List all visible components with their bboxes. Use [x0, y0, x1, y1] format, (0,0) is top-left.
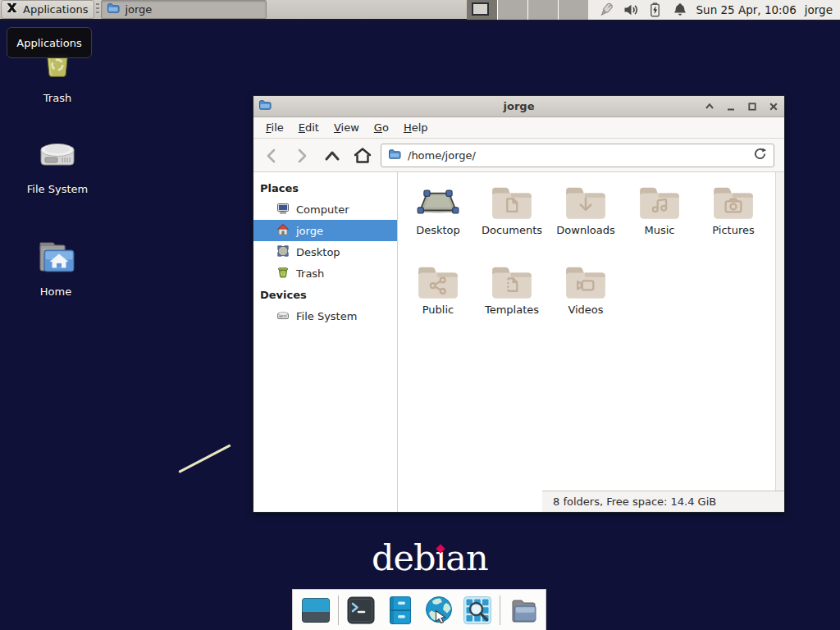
- window-body: Places Computer jorge Desktop Trash Devi…: [253, 172, 784, 512]
- drive-small-icon: [276, 308, 290, 324]
- desktop-icon-home[interactable]: Home: [15, 236, 97, 298]
- path-text[interactable]: /home/jorge/: [408, 149, 746, 162]
- folder-icon: [107, 2, 120, 18]
- sidebar-item-trash[interactable]: Trash: [253, 262, 397, 284]
- workspace-1-active[interactable]: [467, 0, 497, 20]
- menu-go[interactable]: Go: [367, 118, 396, 137]
- folder-downloads-icon: [564, 182, 608, 221]
- notification-bell-icon[interactable]: [672, 2, 688, 18]
- top-panel: Applications jorge Sun 25 Apr, 10:06 jor…: [0, 0, 840, 21]
- workspace-4[interactable]: [558, 0, 588, 20]
- menu-edit[interactable]: Edit: [291, 118, 326, 137]
- trash-small-icon: [276, 266, 290, 281]
- computer-icon: [276, 202, 290, 217]
- sidebar-item-label: Trash: [296, 267, 324, 280]
- dock-separator: [338, 596, 339, 625]
- desktop-icon-label: Trash: [43, 92, 71, 104]
- folder-documents-icon: [490, 182, 534, 221]
- stylus-icon[interactable]: [598, 2, 614, 18]
- path-bar[interactable]: /home/jorge/: [381, 144, 774, 167]
- file-label: Pictures: [712, 224, 754, 236]
- home-button[interactable]: [351, 144, 374, 167]
- reload-icon[interactable]: [753, 147, 767, 164]
- file-item-videos[interactable]: Videos: [549, 262, 623, 341]
- up-button[interactable]: [321, 144, 344, 167]
- dock-separator: [500, 596, 500, 625]
- toolbar: /home/jorge/: [253, 139, 784, 172]
- folder-music-icon: [637, 182, 682, 221]
- show-desktop-icon[interactable]: [299, 594, 331, 627]
- file-item-desktop[interactable]: Desktop: [401, 182, 475, 262]
- file-label: Public: [422, 304, 454, 316]
- file-label: Templates: [485, 304, 539, 316]
- file-view: Desktop Documents Downloads: [398, 172, 784, 512]
- dock: [292, 589, 546, 630]
- volume-icon[interactable]: [623, 2, 639, 18]
- terminal-icon[interactable]: [345, 594, 377, 627]
- sidebar-item-jorge[interactable]: jorge: [253, 220, 397, 241]
- panel-user-menu[interactable]: jorge: [805, 3, 833, 16]
- statusbar: 8 folders, Free space: 14.4 GiB: [542, 491, 784, 512]
- wallpaper-swirl-line: [178, 444, 231, 472]
- tooltip-label: Applications: [16, 37, 81, 49]
- forward-button[interactable]: [290, 144, 313, 167]
- applications-button[interactable]: Applications: [1, 0, 94, 19]
- desktop-trapezoid-icon: [416, 182, 460, 221]
- file-item-documents[interactable]: Documents: [475, 182, 549, 262]
- menu-help[interactable]: Help: [396, 118, 436, 137]
- sidebar: Places Computer jorge Desktop Trash Devi…: [253, 172, 398, 512]
- maximize-button[interactable]: [746, 101, 758, 112]
- desktop-icon: [276, 244, 290, 260]
- panel-clock[interactable]: Sun 25 Apr, 10:06: [696, 3, 797, 16]
- menu-view[interactable]: View: [326, 118, 367, 137]
- menu-file[interactable]: File: [258, 118, 291, 137]
- drive-icon: [34, 137, 80, 180]
- panel-handle[interactable]: [96, 3, 99, 16]
- file-label: Documents: [482, 224, 542, 236]
- vertical-scrollbar[interactable]: [775, 172, 784, 491]
- status-text: 8 folders, Free space: 14.4 GiB: [553, 495, 716, 508]
- sidebar-item-file-system[interactable]: File System: [253, 305, 397, 326]
- files-grid: Desktop Documents Downloads: [398, 172, 775, 491]
- file-item-music[interactable]: Music: [623, 182, 696, 262]
- web-browser-icon[interactable]: [422, 594, 454, 627]
- file-item-templates[interactable]: Templates: [475, 262, 549, 341]
- back-button[interactable]: [260, 144, 283, 167]
- sidebar-item-label: Computer: [296, 203, 349, 216]
- desktop-icon-label: File System: [27, 183, 88, 195]
- folder-pictures-icon: [711, 182, 756, 221]
- folder-public-icon: [416, 262, 460, 301]
- directory-menu-icon[interactable]: [507, 594, 539, 627]
- sidebar-item-desktop[interactable]: Desktop: [253, 241, 397, 262]
- applications-tooltip: Applications: [7, 27, 92, 58]
- application-finder-icon[interactable]: [461, 594, 493, 627]
- shade-button[interactable]: [704, 101, 715, 112]
- close-button[interactable]: [768, 101, 779, 112]
- workspace-window-preview: [472, 2, 489, 16]
- workspace-switcher: [467, 0, 588, 20]
- file-label: Videos: [568, 304, 603, 316]
- file-item-pictures[interactable]: Pictures: [696, 182, 770, 262]
- file-item-public[interactable]: Public: [401, 262, 475, 341]
- workspace-3[interactable]: [527, 0, 558, 20]
- file-label: Desktop: [416, 224, 460, 236]
- file-item-downloads[interactable]: Downloads: [549, 182, 623, 262]
- desktop-icon-file-system[interactable]: File System: [16, 137, 98, 195]
- taskbar-button-jorge[interactable]: jorge: [101, 0, 267, 19]
- desktop-icon-label: Home: [40, 285, 71, 298]
- sidebar-item-label: Desktop: [296, 246, 340, 258]
- file-label: Music: [645, 224, 675, 236]
- sidebar-item-label: File System: [296, 310, 357, 322]
- file-manager-window: jorge File Edit View Go Help /home/jorge…: [253, 95, 785, 513]
- sidebar-item-computer[interactable]: Computer: [253, 199, 397, 220]
- menubar: File Edit View Go Help: [253, 117, 784, 139]
- folder-templates-icon: [490, 262, 534, 301]
- file-manager-icon[interactable]: [384, 594, 416, 627]
- battery-icon[interactable]: [647, 2, 664, 18]
- minimize-button[interactable]: [725, 101, 737, 112]
- workspace-2[interactable]: [497, 0, 527, 20]
- window-titlebar[interactable]: jorge: [253, 96, 784, 117]
- home-icon: [276, 223, 290, 239]
- file-label: Downloads: [556, 224, 614, 236]
- taskbar-label: jorge: [125, 3, 152, 16]
